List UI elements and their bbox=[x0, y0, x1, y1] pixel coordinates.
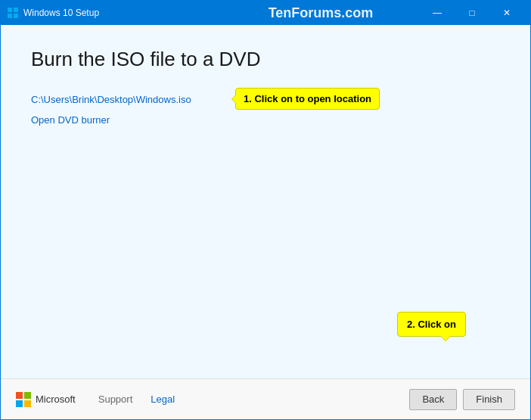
page-title: Burn the ISO file to a DVD bbox=[31, 48, 500, 71]
svg-rect-3 bbox=[14, 14, 18, 18]
finish-button[interactable]: Finish bbox=[463, 389, 515, 410]
iso-section: C:\Users\Brink\Desktop\Windows.iso 1. Cl… bbox=[31, 94, 500, 105]
close-button[interactable]: ✕ bbox=[489, 1, 524, 25]
maximize-button[interactable]: □ bbox=[455, 1, 489, 25]
iso-path-link[interactable]: C:\Users\Brink\Desktop\Windows.iso bbox=[31, 94, 191, 105]
minimize-button[interactable]: — bbox=[420, 1, 455, 25]
logo-q4 bbox=[24, 400, 31, 407]
svg-rect-2 bbox=[8, 14, 12, 18]
open-dvd-link[interactable]: Open DVD burner bbox=[31, 114, 500, 126]
brand-label: Microsoft bbox=[36, 394, 76, 405]
app-icon bbox=[7, 7, 19, 19]
logo-q3 bbox=[16, 400, 23, 407]
logo-q2 bbox=[24, 392, 31, 399]
callout-1: 1. Click on to open location bbox=[235, 88, 380, 110]
callout-2: 2. Click on bbox=[397, 312, 466, 337]
microsoft-logo: Microsoft bbox=[16, 392, 76, 407]
support-link[interactable]: Support bbox=[98, 394, 133, 405]
legal-link[interactable]: Legal bbox=[151, 394, 175, 405]
back-button[interactable]: Back bbox=[409, 389, 457, 410]
watermark: TenForums.com bbox=[222, 5, 420, 21]
logo-q1 bbox=[16, 392, 23, 399]
ms-logo-grid bbox=[16, 392, 31, 407]
footer-links: Support Legal bbox=[98, 394, 175, 405]
main-content: Burn the ISO file to a DVD C:\Users\Brin… bbox=[1, 25, 530, 378]
footer: Microsoft Support Legal Back Finish bbox=[1, 378, 530, 419]
footer-buttons: Back Finish bbox=[409, 389, 515, 410]
titlebar-title: Windows 10 Setup bbox=[23, 8, 222, 18]
svg-rect-1 bbox=[14, 8, 18, 12]
titlebar: Windows 10 Setup TenForums.com — □ ✕ bbox=[1, 1, 530, 25]
titlebar-controls: — □ ✕ bbox=[420, 1, 524, 25]
svg-rect-0 bbox=[8, 8, 12, 12]
window: Windows 10 Setup TenForums.com — □ ✕ Bur… bbox=[0, 0, 531, 420]
